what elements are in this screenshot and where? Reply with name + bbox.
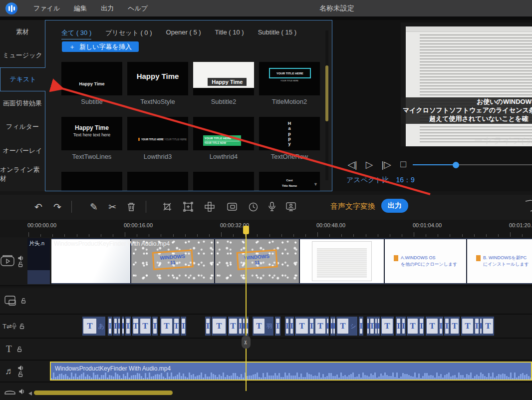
unlock-icon[interactable]: [18, 262, 23, 267]
tab[interactable]: 全て ( 30 ): [61, 28, 91, 39]
edit-pencil-icon[interactable]: ✎: [86, 199, 101, 214]
play-button[interactable]: ▷: [363, 159, 375, 170]
scroll-down-indicator[interactable]: ▼: [313, 182, 318, 187]
scroll-left-arrow[interactable]: [28, 392, 32, 396]
video-preview[interactable]: お使いのWINDOWSはマイクロソフトソフトウェアのライセンス条項で超えて使用さ…: [401, 22, 532, 146]
template-thumbnail[interactable]: YOUR TITLE HEREYOUR TITLE NOW: [193, 117, 254, 150]
subtitle-clip[interactable]: T: [450, 317, 460, 336]
volume-icon[interactable]: [18, 256, 23, 261]
subtitle-track[interactable]: T⇌ TあTTTTTTTTTTTTTTTTTT羽TTTTTTTTTTシTTTTT…: [0, 315, 532, 339]
playhead-scissors-badge[interactable]: ✂: [242, 336, 251, 349]
prev-frame-button[interactable]: ◁|: [346, 159, 358, 170]
record-voiceover-mic-icon[interactable]: [265, 199, 279, 214]
shield-icon[interactable]: [525, 200, 532, 214]
subtitle-clip[interactable]: T: [289, 317, 294, 336]
subtitle-clip[interactable]: T: [336, 317, 349, 336]
subtitle-clip[interactable]: T: [181, 317, 186, 336]
template-item[interactable]: YOUR TITLE HEREYOUR TITLE NOWLowthrid4: [193, 117, 254, 160]
sidebar-item[interactable]: オーバーレイ: [0, 139, 45, 163]
template-thumbnail[interactable]: Happy Time: [193, 62, 254, 95]
subtitle-clip[interactable]: T: [228, 317, 238, 336]
subtitle-clip[interactable]: T: [205, 317, 211, 336]
subtitle-clip[interactable]: T: [461, 317, 474, 336]
unlock-icon[interactable]: [17, 347, 22, 352]
volume-icon[interactable]: [18, 366, 23, 371]
template-item[interactable]: Happy TimeText here text hereTextTwoLine…: [61, 117, 122, 160]
template-item-partial[interactable]: [127, 172, 188, 191]
subtitle-clip[interactable]: T: [295, 317, 309, 336]
seek-handle[interactable]: [453, 162, 459, 168]
undo-icon[interactable]: ↶: [31, 199, 46, 214]
template-thumbnail[interactable]: Cast Title Name Title Name: [259, 172, 320, 191]
sidebar-item[interactable]: ミュージック: [0, 44, 45, 68]
template-thumbnail[interactable]: YOUR TITLE HERE: [193, 172, 254, 191]
subtitle-clip[interactable]: T: [212, 317, 227, 336]
subtitle-clip[interactable]: T: [439, 317, 443, 336]
subtitle-clip[interactable]: T: [426, 317, 439, 336]
intro-clip[interactable]: 片头.n: [27, 238, 50, 284]
template-item[interactable]: Happy TimeSubtitle2: [193, 62, 254, 105]
playhead-line[interactable]: [246, 229, 247, 391]
subtitle-clip[interactable]: T: [401, 317, 406, 336]
subtitle-clip[interactable]: T: [125, 317, 131, 336]
stop-button[interactable]: □: [397, 159, 409, 170]
picture-in-picture-icon[interactable]: [225, 199, 240, 214]
subtitle-clip[interactable]: T: [474, 317, 480, 336]
template-thumbnail[interactable]: [127, 172, 188, 191]
subtitle-clip[interactable]: T: [108, 317, 112, 336]
template-item[interactable]: Happy TimeTextNoStyle: [127, 62, 188, 105]
overlay-track[interactable]: [0, 288, 532, 315]
speech-to-text-button[interactable]: 音声文字変換: [330, 202, 375, 211]
mosaic-icon[interactable]: [202, 199, 217, 214]
template-item[interactable]: H a p p yTextOneRow: [259, 117, 320, 160]
subtitle-clip[interactable]: T: [407, 317, 419, 336]
subtitle-clip[interactable]: T: [132, 317, 139, 336]
freeze-frame-icon[interactable]: [181, 199, 196, 214]
menu-2[interactable]: 出力: [94, 0, 121, 16]
crop-icon[interactable]: [160, 199, 175, 214]
sidebar-item[interactable]: 画面切替効果: [0, 91, 45, 115]
panel-scrollbar-thumb[interactable]: [325, 65, 328, 121]
duration-clock-icon[interactable]: [246, 199, 261, 214]
subtitle-clip[interactable]: T: [482, 317, 494, 336]
subtitle-clip[interactable]: T: [419, 317, 424, 336]
subtitle-clip[interactable]: T: [444, 317, 450, 336]
delete-trash-icon[interactable]: [124, 199, 139, 214]
subtitle-clip[interactable]: T: [309, 317, 314, 336]
sidebar-item[interactable]: オンライン素材: [0, 163, 45, 187]
portrait-cast-icon[interactable]: [283, 199, 298, 214]
template-item-partial[interactable]: text hereHappy Time: [61, 172, 122, 191]
tab[interactable]: Opener ( 5 ): [166, 28, 201, 39]
subtitle-clip[interactable]: T: [285, 317, 289, 336]
subtitle-clip[interactable]: 羽: [266, 317, 273, 336]
subtitle-clips[interactable]: TあTTTTTTTTTTTTTTTTTT羽TTTTTTTTTTシTTTTTTTT…: [82, 317, 532, 336]
subtitle-clip[interactable]: T: [238, 317, 243, 336]
subtitle-clip[interactable]: T: [113, 317, 118, 336]
unlock-icon[interactable]: [21, 298, 26, 304]
subtitle-clip[interactable]: T: [82, 317, 97, 336]
subtitle-clip[interactable]: T: [173, 317, 180, 336]
volume-icon[interactable]: [19, 389, 24, 394]
menu-1[interactable]: 編集: [67, 0, 94, 16]
timeline-horizontal-scrollbar[interactable]: [34, 391, 173, 395]
template-thumbnail[interactable]: YOUR TITLE HERE YOUR TITLE HERE: [127, 117, 188, 150]
aspect-ratio-row[interactable]: アスペクト比 16：9: [346, 176, 415, 185]
sidebar-item[interactable]: フィルター: [0, 115, 45, 139]
template-item[interactable]: Happy TimeSubtitle: [61, 62, 122, 105]
export-button[interactable]: 出力: [381, 199, 408, 213]
sidebar-item[interactable]: 素材: [0, 20, 45, 44]
subtitle-clip[interactable]: T: [369, 317, 375, 336]
template-item-partial[interactable]: Cast Title Name Title Name: [259, 172, 320, 191]
template-thumbnail[interactable]: YOUR TITLE HEREYOUR TITLE HERE: [259, 62, 320, 95]
next-frame-button[interactable]: |▷: [380, 159, 392, 170]
template-thumbnail[interactable]: text hereHappy Time: [61, 172, 122, 191]
subtitle-clip[interactable]: T: [381, 317, 394, 336]
playhead-handle[interactable]: [243, 226, 249, 234]
seek-bar[interactable]: [413, 164, 532, 165]
subtitle-clip[interactable]: T: [253, 317, 266, 336]
subtitle-clip[interactable]: T: [139, 317, 151, 336]
unlock-icon[interactable]: [19, 324, 24, 329]
insert-subtitle-button[interactable]: ＋ 新しい字幕を挿入: [62, 41, 139, 52]
subtitle-clip[interactable]: T: [152, 317, 158, 336]
template-thumbnail[interactable]: Happy TimeText here text here: [61, 117, 122, 150]
